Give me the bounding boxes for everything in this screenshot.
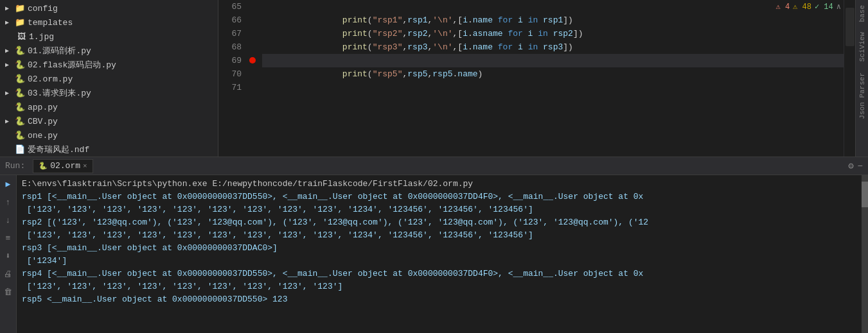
code-line-68[interactable]: print("rsp4",rsp4,'\n',[i.name for i in … — [262, 40, 844, 54]
code-line-70[interactable] — [262, 67, 844, 81]
error-indicator: ⚠ 4 — [775, 2, 790, 12]
panel-label-jsonparser[interactable]: Json Parser — [857, 67, 867, 124]
code-line-69[interactable]: print("rsp5",rsp5,rsp5.name) — [262, 54, 844, 67]
run-toolbar: Run: 🐍 02.orm × ⚙ − — [0, 157, 868, 175]
code-line-67[interactable]: print("rsp3",rsp3,'\n',[i.name for i in … — [262, 27, 844, 40]
terminal-line-6: ['1234'] — [22, 255, 856, 268]
run-scroll-down-button[interactable]: ↓ — [2, 214, 15, 226]
line-num-67: 67 — [218, 27, 242, 40]
terminal-line-1: rsp1 [<__main__.User object at 0x0000000… — [22, 191, 856, 203]
right-panels: base SciView Json Parser — [855, 0, 868, 157]
run-play-button[interactable]: ▶ — [2, 178, 15, 191]
tree-item-label: 02.flask源码启动.py — [28, 59, 116, 71]
terminal-line-7: rsp4 [<__main__.User object at 0x0000000… — [22, 268, 856, 280]
run-download-button[interactable]: ⬇ — [2, 250, 15, 262]
line-num-66: 66 — [218, 13, 242, 27]
run-delete-button[interactable]: 🗑 — [2, 286, 15, 298]
tree-item-label: 01.源码剖析.py — [28, 45, 91, 56]
run-tab[interactable]: 🐍 02.orm × — [33, 159, 93, 173]
terminal-line-0: E:\envs\flasktrain\Scripts\python.exe E:… — [22, 178, 856, 191]
tree-item-label: config — [28, 4, 58, 13]
arrow-icon: ▶ — [5, 117, 14, 125]
python-file-icon: 🐍 — [14, 74, 26, 84]
terminal-line-8: ['123', '123', '123', '123', '123', '123… — [22, 280, 856, 293]
line-num-70: 70 — [218, 67, 242, 81]
tree-item-1jpg[interactable]: 🖼 1.jpg — [0, 30, 218, 44]
code-content[interactable]: ⚠ 4 ⚠ 48 ✓ 14 ∧ print("rsp1",rsp1,'\n',[… — [260, 0, 844, 157]
tree-item-label: 爱奇瑞风起.ndf — [28, 144, 89, 155]
line-num-71: 71 — [218, 81, 242, 94]
tree-item-02ormpy[interactable]: ▶ 🐍 02.orm.py — [0, 72, 218, 86]
terminal-line-2: ['123', '123', '123', '123', '123', '123… — [22, 203, 856, 216]
minimize-icon[interactable]: − — [858, 161, 863, 171]
run-body: ▶ ↑ ↓ ≡ ⬇ 🖨 🗑 E:\envs\flasktrain\Scripts… — [0, 175, 868, 333]
file-icon: 📄 — [14, 144, 26, 155]
run-side-toolbar: ▶ ↑ ↓ ≡ ⬇ 🖨 🗑 — [0, 175, 17, 333]
arrow-icon: ▶ — [5, 61, 14, 69]
tree-item-templates[interactable]: ▶ 📁 templates — [0, 15, 218, 30]
line-numbers: 65 66 67 68 69 70 71 — [218, 0, 247, 157]
tree-item-label: templates — [28, 18, 73, 28]
tree-item-ndf[interactable]: ▶ 📄 爱奇瑞风起.ndf — [0, 142, 218, 157]
line-num-65: 65 — [218, 0, 242, 13]
tree-item-label: 03.请求到来.py — [28, 87, 91, 99]
code-editor: 65 66 67 68 69 70 71 ⚠ 4 ⚠ 48 ✓ 14 ∧ — [218, 0, 855, 157]
folder-icon: 📁 — [14, 3, 26, 13]
terminal-scrollbar[interactable] — [862, 175, 868, 333]
breakpoint-dot — [249, 57, 256, 64]
run-tab-close[interactable]: × — [83, 162, 87, 170]
python-file-icon: 🐍 — [14, 130, 26, 141]
python-file-icon: 🐍 — [14, 60, 26, 70]
run-file-icon: 🐍 — [39, 162, 48, 170]
tree-item-label: 1.jpg — [29, 32, 54, 42]
arrow-icon: ▶ — [5, 89, 14, 97]
terminal-line-9: rsp5 <__main__.User object at 0x00000000… — [22, 293, 856, 306]
tree-item-config[interactable]: ▶ 📁 config — [0, 1, 218, 15]
terminal-output: E:\envs\flasktrain\Scripts\python.exe E:… — [17, 175, 862, 333]
panel-label-base[interactable]: base — [857, 0, 867, 27]
tree-item-03py[interactable]: ▶ 🐍 03.请求到来.py — [0, 86, 218, 100]
scroll-up-icon[interactable]: ∧ — [837, 2, 841, 12]
breakpoint-gutter — [247, 0, 260, 157]
run-panel: Run: 🐍 02.orm × ⚙ − ▶ ↑ ↓ ≡ ⬇ 🖨 🗑 E:\env… — [0, 157, 868, 333]
line-num-69: 69 — [218, 54, 242, 67]
folder-icon: 📁 — [14, 17, 26, 28]
run-toolbar-right: ⚙ − — [848, 160, 863, 171]
line-num-68: 68 — [218, 40, 242, 54]
tree-item-label: one.py — [28, 131, 58, 141]
tree-item-cbvpy[interactable]: ▶ 🐍 CBV.py — [0, 114, 218, 128]
python-file-icon: 🐍 — [14, 116, 26, 126]
tree-item-onepy[interactable]: ▶ 🐍 one.py — [0, 128, 218, 142]
tree-item-label: app.py — [28, 103, 58, 112]
tree-item-apppy[interactable]: ▶ 🐍 app.py — [0, 100, 218, 114]
arrow-icon: ▶ — [5, 4, 14, 12]
code-line-71[interactable] — [262, 81, 844, 94]
run-tab-label: 02.orm — [50, 161, 80, 171]
warning-indicator: ⚠ 48 — [793, 2, 811, 12]
run-list-button[interactable]: ≡ — [2, 232, 15, 244]
terminal-scroll-thumb[interactable] — [862, 182, 868, 207]
python-file-icon: 🐍 — [14, 46, 26, 56]
code-line-66[interactable]: print("rsp2",rsp2,'\n',[i.asname for i i… — [262, 13, 844, 27]
minimap — [844, 0, 855, 157]
run-scroll-up-button[interactable]: ↑ — [2, 196, 15, 209]
arrow-icon: ▶ — [5, 47, 14, 55]
python-file-icon: 🐍 — [14, 88, 26, 98]
python-file-icon: 🐍 — [14, 102, 26, 112]
terminal-line-3: rsp2 [('123', '123@qq.com'), ('123', '12… — [22, 216, 856, 229]
code-line-65[interactable]: print("rsp1",rsp1,'\n',[i.name for i in … — [262, 0, 844, 13]
terminal-line-5: rsp3 [<__main__.User object at 0x0000000… — [22, 242, 856, 255]
gear-icon[interactable]: ⚙ — [848, 160, 853, 171]
run-print-button[interactable]: 🖨 — [2, 268, 15, 280]
tree-item-label: CBV.py — [28, 117, 58, 126]
terminal-line-4: ['123', '123', '123', '123', '123', '123… — [22, 229, 856, 242]
ok-indicator: ✓ 14 — [815, 2, 833, 12]
file-tree: ▶ 📁 config ▶ 📁 templates 🖼 1.jpg ▶ 🐍 01.… — [0, 0, 218, 157]
panel-label-sciview[interactable]: SciView — [857, 27, 867, 67]
arrow-icon: ▶ — [5, 19, 14, 26]
run-label: Run: — [5, 161, 25, 171]
file-icon: 🖼 — [15, 32, 27, 42]
tree-item-label: 02.orm.py — [28, 74, 73, 84]
tree-item-02flaskpy[interactable]: ▶ 🐍 02.flask源码启动.py — [0, 58, 218, 72]
tree-item-01py[interactable]: ▶ 🐍 01.源码剖析.py — [0, 44, 218, 58]
